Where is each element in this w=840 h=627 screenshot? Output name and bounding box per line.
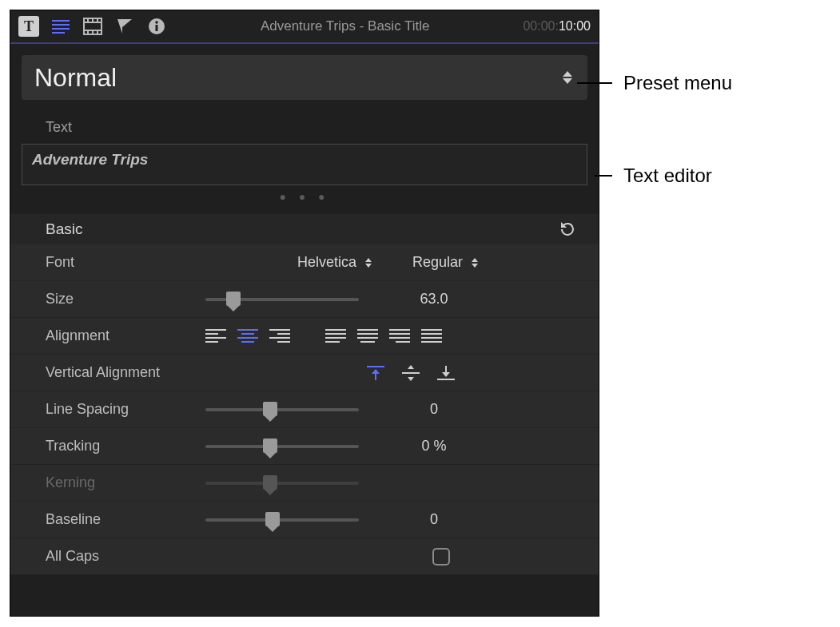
callout-editor-text: Text editor bbox=[623, 165, 712, 187]
size-row: Size 63.0 bbox=[10, 281, 599, 318]
size-slider[interactable] bbox=[205, 298, 359, 301]
alignment-row: Alignment bbox=[10, 318, 599, 355]
timecode-value: 10:00 bbox=[559, 19, 591, 33]
callout-preset: Preset menu bbox=[577, 72, 732, 94]
alignment-label: Alignment bbox=[46, 327, 205, 344]
inspector-tabbar: T Adventure Trips - Basic Title 00:00:10… bbox=[10, 10, 599, 42]
svg-rect-15 bbox=[156, 25, 158, 31]
text-editor[interactable]: Adventure Trips bbox=[22, 144, 587, 185]
align-right-icon[interactable] bbox=[269, 327, 290, 345]
valign-bottom-icon[interactable] bbox=[436, 364, 456, 382]
size-value[interactable]: 63.0 bbox=[386, 291, 482, 308]
paragraph-tab-icon[interactable] bbox=[50, 16, 71, 37]
size-label: Size bbox=[46, 291, 205, 308]
share-tab-icon[interactable] bbox=[114, 16, 135, 37]
timecode-prefix: 00:00: bbox=[523, 19, 558, 33]
tracking-label: Tracking bbox=[46, 438, 205, 454]
text-editor-value: Adventure Trips bbox=[32, 151, 148, 168]
preset-menu[interactable]: Normal bbox=[22, 55, 587, 100]
basic-section-header: Basic bbox=[10, 214, 599, 244]
kerning-row: Kerning bbox=[10, 465, 599, 502]
clip-title: Adventure Trips - Basic Title bbox=[261, 18, 430, 34]
font-style-value: Regular bbox=[412, 254, 463, 271]
tracking-value[interactable]: 0 % bbox=[386, 438, 482, 454]
tracking-row: Tracking 0 % bbox=[10, 428, 599, 465]
svg-marker-26 bbox=[442, 372, 450, 377]
font-family-select[interactable]: Helvetica bbox=[297, 252, 376, 273]
linespacing-label: Line Spacing bbox=[46, 401, 205, 418]
updown-icon bbox=[361, 252, 376, 273]
video-tab-icon[interactable] bbox=[82, 16, 103, 37]
font-family-value: Helvetica bbox=[297, 254, 356, 271]
tracking-slider[interactable] bbox=[205, 445, 359, 448]
reset-icon[interactable] bbox=[559, 220, 576, 238]
baseline-label: Baseline bbox=[46, 511, 205, 528]
align-center-icon[interactable] bbox=[237, 327, 258, 345]
linespacing-row: Line Spacing 0 bbox=[10, 391, 599, 428]
valign-row: Vertical Alignment bbox=[10, 355, 599, 391]
valign-middle-icon[interactable] bbox=[400, 364, 421, 382]
svg-marker-22 bbox=[408, 365, 414, 369]
justify-center-icon[interactable] bbox=[357, 327, 378, 345]
font-label: Font bbox=[46, 254, 205, 271]
preset-label: Normal bbox=[34, 63, 117, 93]
callout-editor: Text editor bbox=[595, 165, 712, 187]
font-style-select[interactable]: Regular bbox=[412, 252, 482, 273]
font-row: Font Helvetica Regular bbox=[10, 244, 599, 281]
svg-point-16 bbox=[155, 21, 158, 24]
baseline-value[interactable]: 0 bbox=[386, 511, 482, 528]
svg-marker-17 bbox=[561, 222, 567, 228]
text-section-label: Text bbox=[10, 100, 599, 144]
text-tab-icon[interactable]: T bbox=[18, 16, 39, 37]
justify-left-icon[interactable] bbox=[325, 327, 346, 345]
info-tab-icon[interactable] bbox=[146, 16, 167, 37]
basic-rows: Font Helvetica Regular Size 63.0 bbox=[10, 244, 599, 575]
resize-grip-icon[interactable]: ● ● ● bbox=[10, 185, 599, 214]
valign-top-icon[interactable] bbox=[365, 364, 386, 382]
justify-right-icon[interactable] bbox=[389, 327, 410, 345]
text-inspector-panel: T Adventure Trips - Basic Title 00:00:10… bbox=[10, 10, 599, 617]
allcaps-row: All Caps bbox=[10, 538, 599, 575]
kerning-slider bbox=[205, 482, 359, 485]
allcaps-label: All Caps bbox=[46, 548, 205, 565]
align-left-icon[interactable] bbox=[205, 327, 226, 345]
valign-label: Vertical Alignment bbox=[46, 364, 205, 381]
kerning-label: Kerning bbox=[46, 474, 205, 491]
updown-icon bbox=[560, 67, 575, 88]
updown-icon bbox=[468, 252, 482, 273]
allcaps-checkbox[interactable] bbox=[432, 548, 450, 565]
baseline-slider[interactable] bbox=[205, 518, 359, 522]
svg-marker-23 bbox=[408, 377, 414, 381]
callout-line bbox=[595, 175, 612, 177]
svg-marker-13 bbox=[117, 19, 132, 34]
linespacing-value[interactable]: 0 bbox=[386, 401, 482, 418]
baseline-row: Baseline 0 bbox=[10, 502, 599, 538]
timecode: 00:00:10:00 bbox=[523, 19, 591, 34]
linespacing-slider[interactable] bbox=[205, 408, 359, 411]
justify-full-icon[interactable] bbox=[421, 327, 442, 345]
basic-section-title: Basic bbox=[46, 220, 82, 238]
callout-preset-text: Preset menu bbox=[623, 72, 732, 94]
header-divider bbox=[10, 42, 599, 44]
callout-line bbox=[577, 82, 612, 84]
